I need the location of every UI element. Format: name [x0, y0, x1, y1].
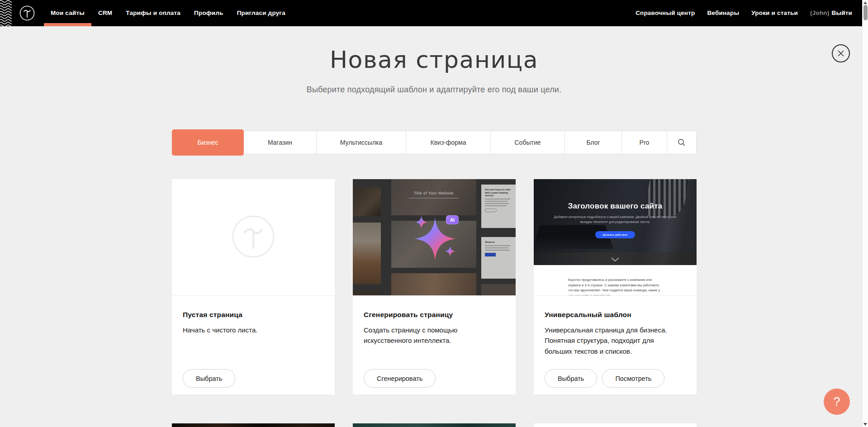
card-description: Создать страницу с помощью искусственног… — [364, 325, 499, 346]
nav-item-profile[interactable]: Профиль — [194, 0, 223, 26]
template-card-ai-generate: Title of Your Website Get your house in … — [353, 179, 516, 394]
nav-left-menu: Мои сайты CRM Тарифы и оплата Профиль Пр… — [51, 0, 285, 26]
scrollbar-up-arrow[interactable] — [863, 1, 867, 4]
scrollbar-down-arrow[interactable] — [863, 423, 867, 426]
blank-page-preview[interactable] — [172, 179, 335, 296]
template-category-tabs: Бизнес Магазин Мультиссылка Квиз-форма С… — [172, 131, 697, 154]
help-button[interactable]: ? — [824, 389, 850, 415]
choose-button[interactable]: Выбрать — [545, 369, 597, 388]
template-body-section: Коротко представьтесь и расскажите о ком… — [534, 265, 697, 296]
tilda-wave-pattern-icon — [0, 0, 12, 26]
tab-pro[interactable]: Pro — [622, 131, 667, 154]
nav-item-logout[interactable]: (John)Выйти — [810, 0, 852, 26]
nav-item-webinars[interactable]: Вебинары — [707, 0, 739, 26]
tab-search[interactable] — [667, 131, 696, 154]
nav-user-name: (John) — [810, 9, 829, 16]
close-icon — [837, 50, 844, 57]
nav-item-crm[interactable]: CRM — [98, 0, 112, 26]
template-hero: Заголовок вашего сайта Добавьте интересн… — [534, 179, 697, 265]
next-row-card-preview[interactable] — [353, 423, 516, 427]
template-card-universal: Заголовок вашего сайта Добавьте интересн… — [534, 179, 697, 394]
tab-multilink[interactable]: Мультиссылка — [317, 131, 406, 154]
tilda-logo-icon[interactable] — [19, 5, 35, 21]
nav-right-menu: Справочный центр Вебинары Уроки и статьи… — [636, 0, 852, 26]
hero-title: Заголовок вашего сайта — [534, 202, 697, 211]
view-button[interactable]: Посмотреть — [602, 369, 664, 388]
ai-badge: AI — [446, 215, 459, 224]
choose-button[interactable]: Выбрать — [183, 369, 235, 388]
card-buttons: Выбрать — [183, 369, 235, 388]
card-info: Универсальный шаблон Универсальная стран… — [534, 296, 697, 394]
universal-template-preview[interactable]: Заголовок вашего сайта Добавьте интересн… — [534, 179, 697, 296]
card-description: Начать с чистого листа. — [183, 325, 318, 335]
tab-quiz-form[interactable]: Квиз-форма — [406, 131, 491, 154]
tab-blog[interactable]: Блог — [565, 131, 622, 154]
hero-content: Заголовок вашего сайта Добавьте интересн… — [534, 179, 697, 265]
card-title: Универсальный шаблон — [545, 311, 686, 319]
nav-item-invite-friend[interactable]: Пригласи друга — [237, 0, 285, 26]
card-buttons: Сгенерировать — [364, 369, 436, 388]
tab-business[interactable]: Бизнес — [172, 129, 244, 156]
tab-event[interactable]: Событие — [491, 131, 565, 154]
template-body-text: Коротко представьтесь и расскажите о ком… — [568, 277, 662, 296]
card-title: Пустая страница — [183, 311, 324, 319]
new-page-screen: Мои сайты CRM Тарифы и оплата Профиль Пр… — [0, 0, 868, 427]
nav-item-help-center[interactable]: Справочный центр — [636, 0, 695, 26]
generate-button[interactable]: Сгенерировать — [364, 369, 436, 388]
nav-item-my-sites[interactable]: Мои сайты — [51, 0, 85, 26]
template-card-blank-page: Пустая страница Начать с чистого листа. … — [172, 179, 335, 394]
card-description: Универсальная страница для бизнеса. Поня… — [545, 325, 680, 356]
nav-item-lessons[interactable]: Уроки и статьи — [751, 0, 798, 26]
scrollbar-thumb[interactable] — [863, 5, 868, 20]
page-subtitle: Выберите подходящий шаблон и адаптируйте… — [0, 85, 868, 95]
card-buttons: Выбрать Посмотреть — [545, 369, 664, 388]
logout-label: Выйти — [832, 9, 853, 16]
hero-subtitle: Добавьте интересные подробности о вашей … — [550, 215, 681, 225]
tab-shop[interactable]: Магазин — [244, 131, 317, 154]
next-row-card-preview[interactable] — [534, 423, 697, 427]
tilda-watermark-icon — [232, 215, 275, 258]
ai-collage-preview[interactable]: Title of Your Website Get your house in … — [353, 179, 516, 296]
next-row-card-preview[interactable] — [172, 423, 335, 427]
page-title: Новая страница — [0, 47, 868, 73]
chevron-down-icon — [611, 257, 619, 261]
card-info: Пустая страница Начать с чистого листа. … — [172, 296, 335, 394]
card-info: Сгенерировать страницу Создать страницу … — [353, 296, 516, 394]
vertical-scrollbar[interactable] — [862, 0, 868, 427]
hero-cta-button: Целевое действие — [595, 231, 635, 238]
search-icon — [678, 138, 686, 147]
top-nav: Мои сайты CRM Тарифы и оплата Профиль Пр… — [0, 0, 862, 26]
question-icon: ? — [833, 395, 840, 409]
close-button[interactable] — [832, 44, 850, 62]
card-title: Сгенерировать страницу — [364, 311, 505, 319]
nav-item-tariffs[interactable]: Тарифы и оплата — [126, 0, 180, 26]
